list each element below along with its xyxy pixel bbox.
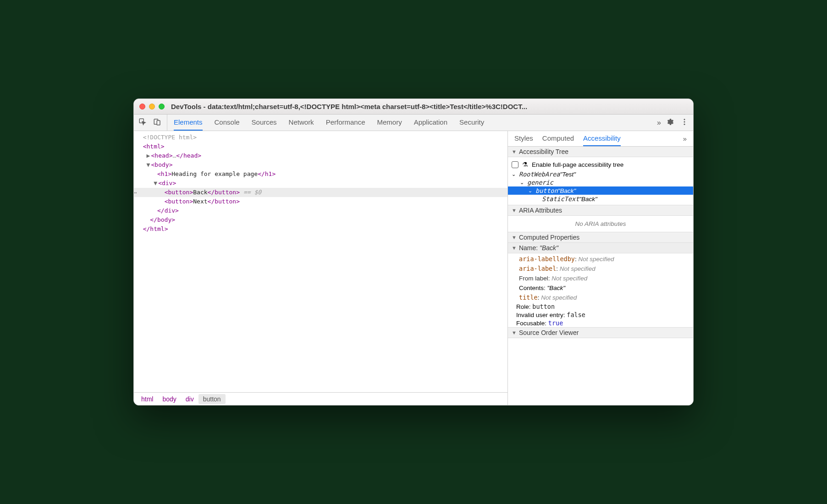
toolbar-left-icons — [138, 115, 167, 131]
main-toolbar: ElementsConsoleSourcesNetworkPerformance… — [134, 115, 693, 131]
body-open-tag[interactable]: ▼<body> — [134, 160, 507, 170]
html-close-tag[interactable]: </html> — [134, 225, 507, 234]
svg-point-5 — [684, 124, 685, 125]
h1-node[interactable]: <h1>Heading for example page</h1> — [134, 170, 507, 179]
atree-row-generic[interactable]: ⌄generic — [512, 178, 689, 186]
name-source-row: Contents: "Back" — [519, 283, 693, 293]
sidebar: StylesComputedAccessibility» ▼ Accessibi… — [508, 131, 693, 405]
source-order-header[interactable]: ▼ Source Order Viewer — [508, 327, 693, 338]
chevron-down-icon: ▼ — [512, 330, 517, 335]
svg-point-4 — [684, 121, 685, 123]
chevron-down-icon: ▼ — [512, 208, 517, 213]
div-open-tag[interactable]: ▼<div> — [134, 179, 507, 188]
enable-full-tree-label: Enable full-page accessibility tree — [532, 161, 623, 168]
atree-row-rootwebarea[interactable]: ⌄RootWebArea "Test" — [512, 170, 689, 178]
crumb-button[interactable]: button — [198, 394, 226, 404]
tab-security[interactable]: Security — [459, 115, 484, 131]
tab-performance[interactable]: Performance — [326, 115, 365, 131]
close-window-button[interactable] — [139, 104, 145, 110]
no-aria-text: No ARIA attributes — [512, 218, 689, 230]
enable-full-tree-row[interactable]: ⚗ Enable full-page accessibility tree — [512, 159, 689, 170]
div-close-tag[interactable]: </div> — [134, 206, 507, 215]
source-order-label: Source Order Viewer — [519, 329, 579, 336]
dom-tree[interactable]: <!DOCTYPE html> <html> ▶<head>…</head> ▼… — [134, 131, 507, 392]
atree-row-statictext[interactable]: StaticText "Back" — [512, 195, 689, 203]
button-back-node[interactable]: <button>Back</button>== $0 — [134, 188, 507, 197]
chevron-down-icon: ▼ — [512, 235, 517, 240]
crumb-html[interactable]: html — [137, 394, 158, 404]
devtools-window: DevTools - data:text/html;charset=utf-8,… — [133, 99, 694, 405]
tab-console[interactable]: Console — [215, 115, 240, 131]
tab-elements[interactable]: Elements — [174, 115, 203, 131]
settings-icon[interactable] — [666, 118, 674, 127]
accessibility-tree-header[interactable]: ▼ Accessibility Tree — [508, 147, 693, 157]
name-source-row: title: Not specified — [519, 293, 693, 302]
svg-rect-2 — [157, 121, 160, 125]
titlebar: DevTools - data:text/html;charset=utf-8,… — [134, 99, 693, 115]
device-toolbar-icon[interactable] — [153, 118, 161, 127]
atree-row-button[interactable]: ⌄button "Back" — [508, 186, 693, 195]
svg-point-3 — [684, 119, 685, 120]
traffic-lights — [139, 104, 165, 110]
name-value: "Back" — [540, 244, 558, 252]
name-label: Name: — [519, 244, 538, 252]
flask-icon: ⚗ — [522, 161, 528, 168]
side-tab-computed[interactable]: Computed — [542, 131, 574, 146]
aria-attributes-body: No ARIA attributes — [508, 216, 693, 232]
role-row: Role: button — [508, 302, 693, 311]
doctype-node[interactable]: <!DOCTYPE html> — [134, 133, 507, 142]
computed-properties-header[interactable]: ▼ Computed Properties — [508, 232, 693, 243]
name-source-row: From label: Not specified — [519, 274, 693, 283]
sidebar-tabs: StylesComputedAccessibility» — [508, 131, 693, 147]
breadcrumb: htmlbodydivbutton — [134, 392, 507, 405]
content-area: <!DOCTYPE html> <html> ▶<head>…</head> ▼… — [134, 131, 693, 405]
name-source-row: aria-label: Not specified — [519, 264, 693, 274]
accessibility-tree-body: ⚗ Enable full-page accessibility tree ⌄R… — [508, 157, 693, 205]
invalid-value: false — [567, 311, 585, 318]
minimize-window-button[interactable] — [149, 104, 155, 110]
button-next-node[interactable]: <button>Next</button> — [134, 197, 507, 206]
accessibility-tree[interactable]: ⌄RootWebArea "Test"⌄generic⌄button "Back… — [512, 170, 689, 203]
kebab-menu-icon[interactable] — [680, 118, 689, 127]
main-tabs: ElementsConsoleSourcesNetworkPerformance… — [174, 115, 657, 131]
accessibility-panel: ▼ Accessibility Tree ⚗ Enable full-page … — [508, 147, 693, 405]
more-tabs-icon[interactable]: » — [657, 119, 661, 127]
chevron-down-icon: ▼ — [512, 149, 517, 154]
name-property-header[interactable]: ▼ Name: "Back" — [508, 243, 693, 253]
body-close-tag[interactable]: </body> — [134, 215, 507, 225]
invalid-label: Invalid user entry: — [516, 312, 565, 318]
crumb-div[interactable]: div — [181, 394, 198, 404]
side-tab-accessibility[interactable]: Accessibility — [583, 131, 621, 146]
tab-sources[interactable]: Sources — [252, 115, 277, 131]
head-node[interactable]: ▶<head>…</head> — [134, 151, 507, 160]
tab-memory[interactable]: Memory — [377, 115, 402, 131]
aria-attributes-header[interactable]: ▼ ARIA Attributes — [508, 205, 693, 216]
focusable-value: true — [548, 319, 563, 327]
elements-panel: <!DOCTYPE html> <html> ▶<head>…</head> ▼… — [134, 131, 508, 405]
more-side-tabs-icon[interactable]: » — [683, 135, 687, 142]
focusable-label: Focusable: — [516, 320, 546, 327]
window-title: DevTools - data:text/html;charset=utf-8,… — [171, 103, 688, 110]
role-label: Role: — [516, 303, 531, 310]
name-sources-list: aria-labelledby: Not specifiedaria-label… — [508, 253, 693, 302]
tab-network[interactable]: Network — [289, 115, 314, 131]
role-value: button — [532, 303, 555, 310]
computed-properties-label: Computed Properties — [519, 234, 579, 241]
accessibility-tree-label: Accessibility Tree — [519, 148, 568, 155]
aria-attributes-label: ARIA Attributes — [519, 207, 562, 214]
crumb-body[interactable]: body — [158, 394, 181, 404]
name-source-row: aria-labelledby: Not specified — [519, 254, 693, 264]
side-tab-styles[interactable]: Styles — [514, 131, 533, 146]
computed-properties-body: ▼ Name: "Back" aria-labelledby: Not spec… — [508, 243, 693, 327]
maximize-window-button[interactable] — [159, 104, 165, 110]
inspect-element-icon[interactable] — [138, 118, 147, 127]
enable-full-tree-checkbox[interactable] — [512, 161, 518, 168]
focusable-row: Focusable: true — [508, 319, 693, 327]
invalid-row: Invalid user entry: false — [508, 311, 693, 319]
chevron-down-icon: ▼ — [512, 245, 517, 251]
tab-application[interactable]: Application — [414, 115, 447, 131]
html-open-tag[interactable]: <html> — [134, 142, 507, 151]
